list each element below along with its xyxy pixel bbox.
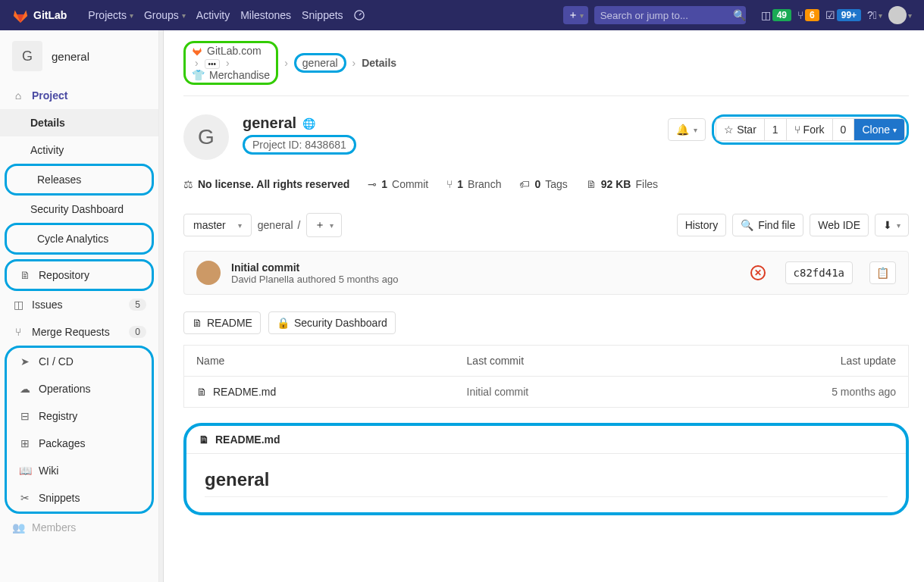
nav-groups[interactable]: Groups ▾ xyxy=(144,9,186,21)
nav-projects[interactable]: Projects ▾ xyxy=(88,9,133,21)
sidebar-item-snippets[interactable]: ✂Snippets xyxy=(7,484,152,512)
breadcrumb-project[interactable]: general xyxy=(302,57,338,69)
sidebar-item-operations[interactable]: ☁Operations xyxy=(7,375,152,402)
gitlab-icon xyxy=(192,45,202,56)
file-last-commit[interactable]: Initial commit xyxy=(455,377,678,408)
breadcrumb-group[interactable]: 👕Merchandise xyxy=(192,69,270,81)
help-menu[interactable]: ?⃝▾ xyxy=(867,9,882,21)
chevron-down-icon: ▾ xyxy=(879,11,882,20)
new-dropdown[interactable]: ＋▾ xyxy=(563,6,588,24)
copy-sha-button[interactable]: 📋 xyxy=(869,261,896,284)
primary-nav: Projects ▾ Groups ▾ Activity Milestones … xyxy=(88,9,364,21)
sidebar-item-mrs[interactable]: ⑂Merge Requests0 xyxy=(0,318,158,346)
todo-icon: ☑ xyxy=(825,9,835,21)
breadcrumb-project-highlight: general xyxy=(294,53,346,73)
fork-button[interactable]: ⑂Fork xyxy=(787,119,833,140)
files-size[interactable]: 🗎92 KB Files xyxy=(586,178,658,190)
chevron-down-icon: ▾ xyxy=(694,126,697,134)
left-sidebar: G general ⌂ Project Details Activity Rel… xyxy=(0,30,159,582)
sidebar-item-repository[interactable]: 🗎Repository xyxy=(7,261,152,289)
commit-author-avatar[interactable] xyxy=(196,261,221,285)
separator-icon: › xyxy=(192,57,202,69)
todos-link[interactable]: ☑99+ xyxy=(825,9,861,21)
sidebar-sub-security[interactable]: Security Dashboard xyxy=(0,196,158,223)
history-button[interactable]: History xyxy=(677,214,727,236)
commits-link[interactable]: ⊸1 Commit xyxy=(368,178,428,190)
sidebar-item-cicd[interactable]: ➤CI / CD xyxy=(7,348,152,375)
readme-button[interactable]: 🗎README xyxy=(183,311,261,334)
breadcrumb-page: Details xyxy=(362,57,396,69)
doc-icon: 🗎 xyxy=(196,386,207,398)
breadcrumb: GitLab.com › ••• › 👕Merchandise › genera… xyxy=(183,30,909,96)
sidebar-sub-releases[interactable]: Releases xyxy=(7,166,152,193)
issues-link[interactable]: ◫49 xyxy=(761,9,791,21)
license-info[interactable]: ⚖No license. All rights reserved xyxy=(183,178,349,190)
chevron-down-icon: ▾ xyxy=(580,11,584,20)
chevron-down-icon: ▾ xyxy=(908,11,912,20)
shirt-icon: 👕 xyxy=(192,69,205,81)
mrs-link[interactable]: ⑂6 xyxy=(797,9,819,21)
commit-title[interactable]: Initial commit xyxy=(231,261,398,274)
search-input[interactable] xyxy=(600,10,728,21)
security-dashboard-button[interactable]: 🔒Security Dashboard xyxy=(268,311,396,334)
file-last-update: 5 months ago xyxy=(678,377,908,408)
mrs-count: 6 xyxy=(805,9,819,21)
download-dropdown[interactable]: ⬇▾ xyxy=(875,214,909,236)
files-icon: 🗎 xyxy=(586,178,597,190)
fork-count[interactable]: 0 xyxy=(833,119,855,140)
user-menu[interactable]: ▾ xyxy=(888,6,912,24)
star-count[interactable]: 1 xyxy=(765,119,787,140)
sidebar-item-members[interactable]: 👥Members xyxy=(0,514,158,541)
find-file-button[interactable]: 🔍Find file xyxy=(732,214,803,236)
sidebar-sub-activity[interactable]: Activity xyxy=(0,136,158,164)
nav-instance-review[interactable] xyxy=(354,9,365,21)
pipeline-failed-icon[interactable]: ✕ xyxy=(750,265,766,280)
last-commit: Initial commit David Planella authored 5… xyxy=(183,251,909,295)
commit-sha[interactable]: c82fd41a xyxy=(785,261,853,284)
package-icon: ⊞ xyxy=(19,437,31,449)
sidebar-sub-details[interactable]: Details xyxy=(0,109,158,136)
download-icon: ⬇ xyxy=(883,219,892,231)
notification-dropdown[interactable]: 🔔▾ xyxy=(668,118,706,141)
tags-link[interactable]: 🏷0 Tags xyxy=(519,178,567,190)
branches-link[interactable]: ⑂1 Branch xyxy=(446,178,501,190)
merge-request-icon: ⑂ xyxy=(797,9,803,21)
branch-icon: ⑂ xyxy=(446,178,453,190)
col-last-update: Last update xyxy=(678,346,908,377)
commit-meta: David Planella authored 5 months ago xyxy=(231,274,398,285)
sidebar-item-project[interactable]: ⌂ Project xyxy=(0,82,158,109)
sidebar-item-registry[interactable]: ⊟Registry xyxy=(7,402,152,430)
rocket-icon: ➤ xyxy=(19,355,31,368)
sidebar-sub-cycle[interactable]: Cycle Analytics xyxy=(7,225,152,252)
nav-milestones[interactable]: Milestones xyxy=(240,9,291,21)
separator-icon: › xyxy=(223,57,233,69)
breadcrumb-root[interactable]: GitLab.com xyxy=(192,45,270,57)
doc-icon: 🗎 xyxy=(192,317,202,329)
add-to-tree[interactable]: ＋▾ xyxy=(306,213,342,237)
clipboard-icon: 📋 xyxy=(876,267,889,279)
tag-icon: 🏷 xyxy=(519,178,530,190)
issues-count: 5 xyxy=(129,299,146,311)
readme-header[interactable]: 🗎README.md xyxy=(186,426,906,454)
web-ide-button[interactable]: Web IDE xyxy=(810,214,869,236)
path-root[interactable]: general xyxy=(258,219,293,231)
sidebar-item-wiki[interactable]: 📖Wiki xyxy=(7,457,152,484)
branch-selector[interactable]: master▾ xyxy=(183,214,252,236)
global-search[interactable]: 🔍 xyxy=(594,6,746,24)
clone-button[interactable]: Clone ▾ xyxy=(854,119,904,140)
file-tree-table: Name Last commit Last update 🗎README.md … xyxy=(183,345,909,408)
sidebar-item-packages[interactable]: ⊞Packages xyxy=(7,430,152,457)
breadcrumb-ellipsis[interactable]: ••• xyxy=(205,59,221,69)
nav-snippets[interactable]: Snippets xyxy=(302,9,343,21)
nav-activity[interactable]: Activity xyxy=(196,9,230,21)
plus-icon: ＋ xyxy=(315,218,325,232)
project-header: G general 🌐 Project ID: 8438681 🔔▾ ☆Star… xyxy=(183,96,909,172)
project-actions-highlight: ☆Star 1 ⑂Fork 0 Clone ▾ xyxy=(712,114,909,145)
file-name[interactable]: README.md xyxy=(213,386,276,398)
sidebar-item-issues[interactable]: ◫Issues5 xyxy=(0,291,158,318)
table-row[interactable]: 🗎README.md Initial commit 5 months ago xyxy=(184,377,909,408)
gitlab-logo[interactable]: GitLab xyxy=(12,7,67,23)
sidebar-context[interactable]: G general xyxy=(0,30,158,82)
star-button[interactable]: ☆Star xyxy=(716,119,765,140)
project-id: Project ID: 8438681 xyxy=(243,135,356,155)
